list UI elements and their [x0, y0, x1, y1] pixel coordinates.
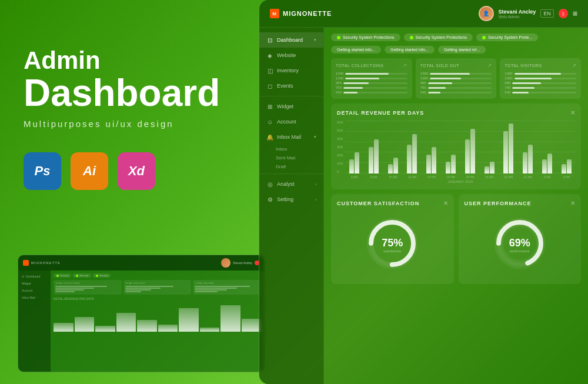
breadcrumb-pill-2: Security System Protections [404, 34, 473, 41]
breadcrumb-pill-6: Getting started inf... [438, 46, 486, 54]
bar-chart-area [346, 121, 575, 173]
stat-card-soldout: TOTAL SOLD OUT ↗ 1490 1280 98 [416, 58, 497, 99]
sidebar-item-dashboard[interactable]: ⊡ Dashboard ▾ [259, 32, 323, 48]
bar-group-4 [403, 121, 421, 173]
sidebar-item-inbox[interactable]: 🔔 Inbox Mail ▾ [259, 129, 323, 145]
app-icons-row: Ps Ai Xd [24, 152, 259, 190]
left-section: Admin Dashboard Multipurposes ui/ux desi… [0, 0, 282, 384]
sidebar-item-analyst[interactable]: ◎ Analyst › [259, 176, 323, 192]
analyst-icon: ◎ [266, 181, 273, 188]
sidebar-item-setting[interactable]: ⚙ Setting › [259, 192, 323, 207]
ai-icon[interactable]: Ai [71, 152, 108, 190]
avatar: 👤 [479, 6, 494, 21]
menu-icon[interactable]: ≡ [573, 9, 577, 18]
bar-group-12 [557, 121, 575, 173]
dashboard-icon: ⊡ [266, 36, 273, 44]
breadcrumb-pill-3: Security System Prote... [476, 34, 538, 41]
sidebar-item-widget[interactable]: ⊞ Widget [259, 99, 323, 114]
satisfaction-donut: 75% satisfaction [366, 217, 419, 272]
title-dashboard: Dashboard [24, 74, 259, 112]
dash-header: M MIGNONETTE 👤 Stevani Ancley Web Admin … [259, 0, 588, 28]
mini-sidebar: ⊡Dashboard Widget Account Inbox Mail [18, 271, 51, 372]
widget-icon: ⊞ [266, 103, 273, 110]
sidebar-sub-sentmail[interactable]: Sent Mail [259, 153, 323, 162]
main-dashboard: M MIGNONETTE 👤 Stevani Ancley Web Admin … [259, 0, 588, 384]
inbox-icon: 🔔 [266, 133, 273, 141]
breadcrumb-pill-5: Getting started info... [385, 46, 435, 54]
bar-group-8 [480, 121, 498, 173]
sidebar-item-account[interactable]: ☺ Account [259, 114, 323, 129]
stats-row: TOTAL COLLECTIONS ↗ 1490 1280 [331, 58, 581, 99]
mini-content: Security Security Security TOTAL COLLECT… [51, 271, 264, 372]
bar-group-5 [423, 121, 440, 173]
chart-date-label: JANUARY 2020 [346, 180, 575, 183]
dash-main-content: Security System Protections Security Sys… [324, 28, 588, 384]
close-icon[interactable]: ✕ [570, 109, 575, 116]
bar-group-6 [442, 121, 460, 173]
logo-icon: M [270, 9, 279, 18]
events-icon: ◻ [266, 82, 273, 89]
mini-sidebar-dashboard: ⊡Dashboard [18, 273, 51, 280]
stat-card-visitors: TOTAL VISITORS ↗ 1490 1280 98 [500, 58, 581, 99]
stat-card-collections: TOTAL COLLECTIONS ↗ 1490 1280 [331, 58, 412, 99]
dash-sidebar: ⊡ Dashboard ▾ ◈ Website ◫ Inventory ◻ Ev… [259, 28, 324, 384]
notif-badge[interactable]: 1 [559, 9, 568, 18]
dash-user: 👤 Stevani Ancley Web Admin EN 1 ≡ [479, 6, 577, 21]
bar-group-10 [519, 121, 537, 173]
chevron-down-icon-2: ▾ [314, 135, 316, 139]
title-admin: Admin [24, 47, 259, 74]
breadcrumb-row-1: Security System Protections Security Sys… [331, 34, 581, 41]
lang-badge[interactable]: EN [540, 9, 554, 18]
sidebar-item-events[interactable]: ◻ Events [259, 78, 323, 94]
setting-icon: ⚙ [266, 196, 273, 203]
subtitle: Multipurposes ui/ux design [24, 119, 259, 129]
bar-group-2 [365, 121, 382, 173]
inventory-icon: ◫ [266, 67, 273, 74]
performance-card: USER PERFORMANCE ✕ [459, 194, 582, 284]
close-icon-satisfaction[interactable]: ✕ [443, 200, 448, 206]
account-icon: ☺ [266, 118, 273, 125]
mini-preview: MIGNONETTE Stevani Andiey ⊡Dashboard Wid… [18, 255, 265, 372]
bottom-cards: CUSTOMER SATISFACTION ✕ [331, 194, 581, 284]
bar-group-9 [500, 121, 517, 173]
title-block: Admin Dashboard Multipurposes ui/ux desi… [24, 47, 259, 129]
bar-group-1 [346, 121, 363, 173]
chevron-right-icon-2: › [315, 198, 316, 202]
sidebar-item-website[interactable]: ◈ Website [259, 48, 323, 63]
dash-logo: M MIGNONETTE [270, 9, 332, 18]
bar-group-3 [384, 121, 402, 173]
mini-header: MIGNONETTE Stevani Andiey [18, 255, 264, 271]
breadcrumb-pill-4: Getting started info... [331, 46, 381, 54]
xd-icon[interactable]: Xd [118, 152, 155, 190]
breadcrumb-pill-1: Security System Protections [331, 34, 400, 41]
dash-body: ⊡ Dashboard ▾ ◈ Website ◫ Inventory ◻ Ev… [259, 28, 588, 384]
mini-chart [54, 302, 261, 332]
bar-group-11 [539, 121, 556, 173]
sidebar-sub-inbox[interactable]: Inbox [259, 145, 323, 153]
sidebar-item-inventory[interactable]: ◫ Inventory [259, 63, 323, 78]
ps-icon[interactable]: Ps [24, 152, 61, 190]
sidebar-sub-draft[interactable]: Draft [259, 162, 323, 171]
breadcrumb-row-2: Getting started info... Getting started … [331, 46, 581, 54]
bar-group-7 [461, 121, 479, 173]
mini-body: ⊡Dashboard Widget Account Inbox Mail Sec… [18, 271, 264, 372]
satisfaction-card: CUSTOMER SATISFACTION ✕ [331, 194, 454, 284]
close-icon-performance[interactable]: ✕ [570, 200, 575, 206]
chevron-right-icon: › [315, 182, 316, 186]
website-icon: ◈ [266, 52, 273, 59]
chevron-down-icon: ▾ [314, 38, 316, 42]
performance-donut: 69% performance [493, 217, 546, 272]
revenue-chart-section: DETAIL REVENUE PER DAYS ✕ 60K 50K 40K 30… [331, 103, 581, 189]
